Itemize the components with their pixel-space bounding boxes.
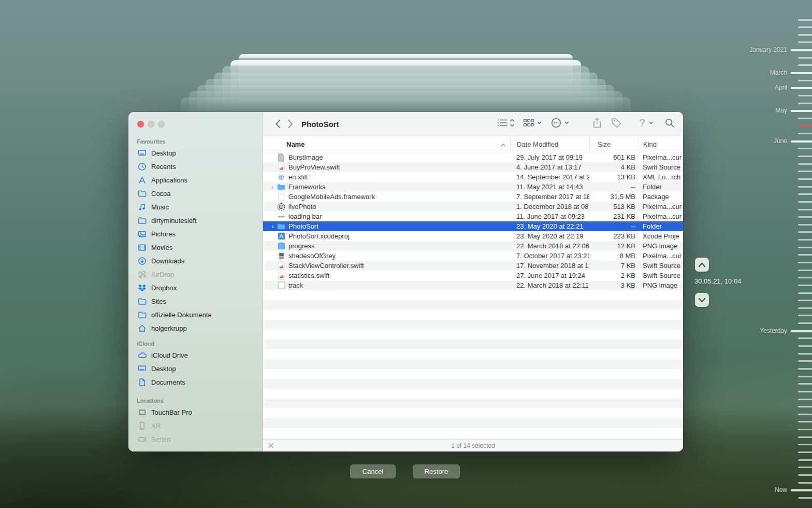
- timeline-tick[interactable]: [798, 360, 812, 362]
- timeline-tick[interactable]: [798, 178, 812, 180]
- cancel-button[interactable]: Cancel: [350, 464, 396, 478]
- timeline-tick[interactable]: [798, 383, 812, 385]
- timeline-tick[interactable]: [798, 231, 812, 233]
- snapshot-up-button[interactable]: [695, 258, 709, 272]
- timeline-tick[interactable]: [798, 497, 812, 499]
- share-button[interactable]: [592, 117, 602, 131]
- timeline-tick[interactable]: [798, 345, 812, 347]
- timeline-tick[interactable]: [798, 163, 812, 165]
- sidebar-item-movies[interactable]: Movies: [128, 241, 263, 254]
- timeline-tick[interactable]: [791, 72, 812, 74]
- timeline-tick[interactable]: [798, 451, 812, 453]
- sidebar-item-pictures[interactable]: Pictures: [128, 227, 263, 241]
- group-by-button[interactable]: [523, 117, 542, 131]
- back-button[interactable]: [271, 118, 284, 130]
- file-row[interactable]: statistics.swift27. June 2017 at 19:242 …: [263, 271, 683, 280]
- sidebar-item-documents[interactable]: Documents: [128, 375, 263, 389]
- timeline-tick[interactable]: [798, 292, 812, 294]
- help-button[interactable]: ?: [638, 117, 656, 131]
- timeline-tick[interactable]: [791, 489, 812, 491]
- timeline-tick[interactable]: [798, 103, 812, 104]
- timeline-tick[interactable]: [798, 193, 812, 195]
- restore-button[interactable]: Restore: [413, 464, 460, 478]
- timeline-tick[interactable]: [791, 330, 812, 332]
- sidebar-item-applications[interactable]: Applications: [128, 173, 263, 187]
- timeline-tick[interactable]: [798, 307, 812, 309]
- tag-button[interactable]: [611, 117, 622, 131]
- column-header-kind[interactable]: Kind: [639, 136, 683, 152]
- timeline-tick[interactable]: [798, 156, 812, 157]
- more-options-button[interactable]: [550, 117, 569, 131]
- file-row[interactable]: track22. March 2018 at 22:113 KBPNG imag…: [263, 280, 683, 290]
- timeline-tick[interactable]: [798, 262, 812, 263]
- disclosure-triangle-icon[interactable]: ›: [269, 184, 276, 190]
- timeline-tick[interactable]: [798, 337, 812, 339]
- timeline-tick[interactable]: [798, 300, 812, 301]
- timeline-tick[interactable]: [798, 353, 812, 355]
- timeline-tick[interactable]: [798, 216, 812, 218]
- timeline-tick[interactable]: [798, 414, 812, 415]
- timeline-tick[interactable]: [798, 224, 812, 225]
- timeline-tick[interactable]: [798, 368, 812, 370]
- file-row[interactable]: BurstImage29. July 2017 at 09:19601 KBPi…: [263, 152, 683, 162]
- file-row[interactable]: StackViewController.swift17. November 20…: [263, 261, 683, 271]
- timeline-tick[interactable]: [798, 482, 812, 484]
- sidebar-item-desktop[interactable]: Desktop: [128, 362, 263, 375]
- timeline-tick[interactable]: [798, 315, 812, 316]
- sidebar-item-holgerkrupp[interactable]: holgerkrupp: [128, 321, 263, 335]
- timeline-tick[interactable]: [798, 80, 812, 81]
- column-header-size[interactable]: Size: [589, 136, 639, 152]
- search-button[interactable]: [664, 117, 675, 131]
- timeline-tick[interactable]: [798, 254, 812, 256]
- sidebar-item-dropbox[interactable]: Dropbox: [128, 281, 263, 294]
- timeline-tick[interactable]: [791, 49, 812, 51]
- sidebar-item-icloud-drive[interactable]: iCloud Drive: [128, 348, 263, 362]
- timeline-tick[interactable]: [798, 41, 812, 43]
- timeline-tick[interactable]: [798, 171, 812, 172]
- disclosure-triangle-icon[interactable]: ›: [269, 223, 276, 230]
- timeline-tick[interactable]: [798, 436, 812, 438]
- timeline-tick[interactable]: [798, 459, 812, 461]
- timeline-tick[interactable]: [798, 239, 812, 241]
- timeline-tick[interactable]: [798, 429, 812, 430]
- timeline-tick[interactable]: [798, 148, 812, 149]
- forward-button[interactable]: [284, 118, 296, 130]
- file-row[interactable]: BuyProView.swift4. June 2017 at 13:174 K…: [263, 162, 683, 172]
- sidebar-item-cocoa[interactable]: Cocoa: [128, 187, 263, 200]
- timeline-tick[interactable]: [798, 322, 812, 324]
- timeline-tick[interactable]: [791, 87, 812, 89]
- timeline-tick[interactable]: [798, 376, 812, 377]
- file-row[interactable]: ›PhotoSort23. May 2020 at 22:21--Folder: [263, 221, 683, 231]
- timeline-tick[interactable]: [798, 186, 812, 188]
- sidebar-item-sites[interactable]: Sites: [128, 294, 263, 308]
- view-list-button[interactable]: [497, 117, 514, 131]
- timeline-tick[interactable]: [791, 140, 812, 143]
- timeline-tick[interactable]: [798, 247, 812, 248]
- sidebar-item-desktop[interactable]: Desktop: [128, 146, 263, 160]
- column-header-name[interactable]: Name: [263, 136, 510, 152]
- file-row[interactable]: GoogleMobileAds.framework7. September 20…: [263, 192, 683, 202]
- timeline-tick[interactable]: [798, 118, 812, 119]
- timeline-tick[interactable]: [798, 64, 812, 66]
- sidebar-item-offizielle-dokumente[interactable]: offizielle Dokumente: [128, 308, 263, 321]
- file-row[interactable]: RlivePhoto1. December 2018 at 08:40513 K…: [263, 202, 683, 211]
- sidebar-item-touchbar-pro[interactable]: TouchBar Pro: [128, 405, 263, 419]
- timeline-tick[interactable]: [798, 421, 812, 422]
- sidebar-item-xr[interactable]: XR: [128, 419, 263, 432]
- timeline-tick[interactable]: [798, 277, 812, 278]
- file-row[interactable]: loading bar11. June 2017 at 09:23231 KBP…: [263, 211, 683, 221]
- file-row[interactable]: ›Frameworks11. May 2021 at 14:43--Folder: [263, 182, 683, 192]
- timeline-tick[interactable]: [798, 95, 812, 96]
- close-window-button[interactable]: [137, 121, 144, 128]
- timeline-tick[interactable]: [791, 110, 812, 112]
- file-row[interactable]: shadesoOfGrey7. October 2017 at 23:218 M…: [263, 251, 683, 261]
- sidebar-item-downloads[interactable]: Downloads: [128, 254, 263, 267]
- file-row[interactable]: PhotoSort.xcodeproj23. May 2020 at 22:19…: [263, 231, 683, 241]
- sidebar-item-music[interactable]: Music: [128, 200, 263, 214]
- timeline-tick[interactable]: [798, 406, 812, 407]
- timeline-tick[interactable]: [798, 133, 812, 134]
- timeline-tick[interactable]: [798, 209, 812, 210]
- file-row[interactable]: progress22. March 2018 at 22:0612 KBPNG …: [263, 241, 683, 251]
- timeline-tick[interactable]: [798, 399, 812, 400]
- timeline-tick[interactable]: [798, 34, 812, 36]
